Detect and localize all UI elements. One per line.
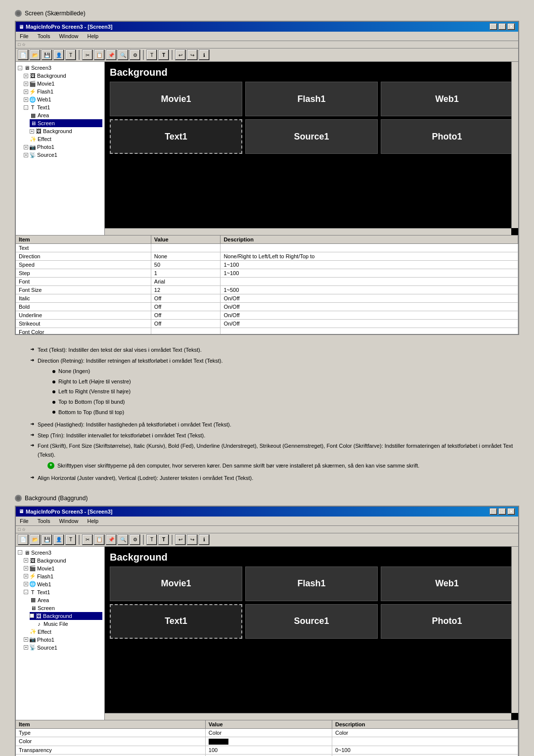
tree2-item-bg1[interactable]: + 🖼 Background	[24, 557, 102, 565]
tree-expand-web1[interactable]: +	[24, 97, 28, 102]
preview2-scrollbar-h[interactable]	[105, 713, 511, 720]
tb-info-btn[interactable]: ℹ	[199, 49, 210, 60]
tb-save-btn[interactable]: 💾	[42, 49, 52, 60]
close-button2[interactable]: ✕	[507, 508, 515, 515]
tree-item-source1[interactable]: + 📡 Source1	[24, 151, 102, 159]
menu-window[interactable]: Window	[57, 33, 80, 40]
desc-item-align: Align Horizontal (Juster vandret), Verti…	[30, 474, 519, 483]
preview-scrollbar-h1[interactable]	[105, 228, 511, 235]
tree2-label-text1: Text1	[37, 589, 50, 595]
tree-item-movie1[interactable]: + 🎬 Movie1	[24, 80, 102, 88]
tb2-cut-btn[interactable]: ✂	[82, 534, 93, 545]
tree-item-web1[interactable]: + 🌐 Web1	[24, 95, 102, 103]
tree-item-flash1[interactable]: + ⚡ Flash1	[24, 88, 102, 95]
tree2-item-web1[interactable]: + 🌐 Web1	[24, 580, 102, 588]
tree2-expand-web1[interactable]: +	[24, 582, 28, 586]
menu2-help[interactable]: Help	[86, 518, 101, 524]
tree2-item-bg-sel[interactable]: - 🖼 Background	[30, 612, 102, 620]
tree2-item-screen[interactable]: 🖥 Screen	[30, 604, 102, 612]
tree-item-text1[interactable]: - T Text1	[24, 103, 102, 111]
tb2-save-btn[interactable]: 💾	[42, 534, 52, 545]
maximize-button[interactable]: □	[498, 23, 506, 30]
tb2-copy-btn[interactable]: 📋	[94, 534, 105, 545]
tree2-item-photo1[interactable]: + 📷 Photo1	[24, 636, 102, 644]
tb-flag-btn[interactable]: T	[65, 49, 76, 60]
prop-item: Speed	[16, 261, 151, 269]
prop-value: Off	[151, 320, 221, 328]
tree-item-screen3[interactable]: - 🖥 Screen3	[18, 64, 102, 72]
tree2-expand-flash1[interactable]: +	[24, 574, 28, 578]
tb2-person-btn[interactable]: 👤	[53, 534, 64, 545]
preview-scrollbar-v1[interactable]	[511, 62, 518, 228]
tree2-expand-screen3[interactable]: -	[18, 550, 22, 555]
tb-t2-btn[interactable]: T	[158, 49, 169, 60]
maximize-button2[interactable]: □	[498, 508, 506, 515]
tree2-item-movie1[interactable]: + 🎬 Movie1	[24, 565, 102, 572]
tb2-t2-btn[interactable]: T	[158, 534, 169, 545]
tree-item-screen-sel[interactable]: 🖥 Screen	[30, 119, 102, 127]
menu-tools[interactable]: Tools	[36, 33, 52, 40]
tree2-icon-flash1: ⚡	[29, 573, 36, 580]
tree2-item-source1[interactable]: + 📡 Source1	[24, 644, 102, 652]
tree-item-photo1[interactable]: + 📷 Photo1	[24, 143, 102, 151]
menu2-file[interactable]: File	[18, 518, 31, 524]
tb-person-btn[interactable]: 👤	[53, 49, 64, 60]
tree-item-bg1[interactable]: + 🖼 Background	[24, 72, 102, 80]
tb2-redo-btn[interactable]: ↪	[187, 534, 198, 545]
tb2-new-btn[interactable]: 📄	[18, 534, 29, 545]
tree-expand-source1[interactable]: +	[24, 153, 28, 157]
tb2-paste-btn[interactable]: 📌	[106, 534, 117, 545]
tree-expand-bg1[interactable]: +	[24, 74, 28, 78]
tree2-item-text1[interactable]: - T Text1	[24, 588, 102, 596]
tree2-item-area[interactable]: ▦ Area	[30, 596, 102, 604]
tb-sep2	[143, 50, 144, 60]
tree2-expand-photo1[interactable]: +	[24, 637, 28, 642]
tree2-item-music[interactable]: ♪ Music File	[36, 620, 102, 628]
tree-expand-bg2[interactable]: +	[30, 129, 34, 134]
tb2-open-btn[interactable]: 📂	[30, 534, 41, 545]
tree2-item-screen3[interactable]: - 🖥 Screen3	[18, 549, 102, 557]
tree2-expand-bg1[interactable]: +	[24, 558, 28, 563]
tb-redo-btn[interactable]: ↪	[187, 49, 198, 60]
tb-undo-btn[interactable]: ↩	[175, 49, 186, 60]
tree2-item-flash1[interactable]: + ⚡ Flash1	[24, 572, 102, 580]
tb2-undo-btn[interactable]: ↩	[175, 534, 186, 545]
tree-expand-photo1[interactable]: +	[24, 145, 28, 149]
menu-help[interactable]: Help	[86, 33, 101, 40]
tb-search-btn[interactable]: 🔍	[118, 49, 129, 60]
tb-copy-btn[interactable]: 📋	[94, 49, 105, 60]
minimize-button[interactable]: _	[490, 23, 497, 30]
prop-item: Font	[16, 278, 151, 286]
tree-expand-text1[interactable]: -	[24, 105, 28, 110]
tb2-flag-btn[interactable]: T	[65, 534, 76, 545]
tb2-info-btn[interactable]: ℹ	[199, 534, 210, 545]
tb-new-btn[interactable]: 📄	[18, 49, 29, 60]
tb2-gear-btn[interactable]: ⚙	[130, 534, 140, 545]
menu2-tools[interactable]: Tools	[36, 518, 52, 524]
tree-expand-movie1[interactable]: +	[24, 82, 28, 86]
preview2-scrollbar-v[interactable]	[511, 547, 518, 713]
prop2-value: 100	[205, 746, 332, 754]
tree2-item-effect[interactable]: ✨ Effect	[30, 628, 102, 636]
tree-item-area[interactable]: ▦ Area	[30, 111, 102, 119]
tb-t1-btn[interactable]: T	[146, 49, 157, 60]
tb2-t1-btn[interactable]: T	[146, 534, 157, 545]
tree-expand-screen3[interactable]: -	[18, 66, 22, 70]
tb-paste-btn[interactable]: 📌	[106, 49, 117, 60]
tree-item-effect[interactable]: ✨ Effect	[30, 135, 102, 143]
minimize-button2[interactable]: _	[490, 508, 497, 515]
tree2-expand-bg-sel[interactable]: -	[30, 614, 34, 618]
tb-open-btn[interactable]: 📂	[30, 49, 41, 60]
tree-expand-flash1[interactable]: +	[24, 90, 28, 94]
tree-item-bg2[interactable]: + 🖼 Background	[30, 127, 102, 135]
menu2-window[interactable]: Window	[57, 518, 80, 524]
tb2-search-btn[interactable]: 🔍	[118, 534, 129, 545]
tb-gear-btn[interactable]: ⚙	[130, 49, 140, 60]
menu-file[interactable]: File	[18, 33, 31, 40]
tree2-expand-movie1[interactable]: +	[24, 566, 28, 570]
tree2-expand-text1[interactable]: -	[24, 590, 28, 594]
tb-cut-btn[interactable]: ✂	[82, 49, 93, 60]
prop-value: Arial	[151, 278, 221, 286]
close-button[interactable]: ✕	[507, 23, 515, 30]
tree2-expand-source1[interactable]: +	[24, 645, 28, 650]
